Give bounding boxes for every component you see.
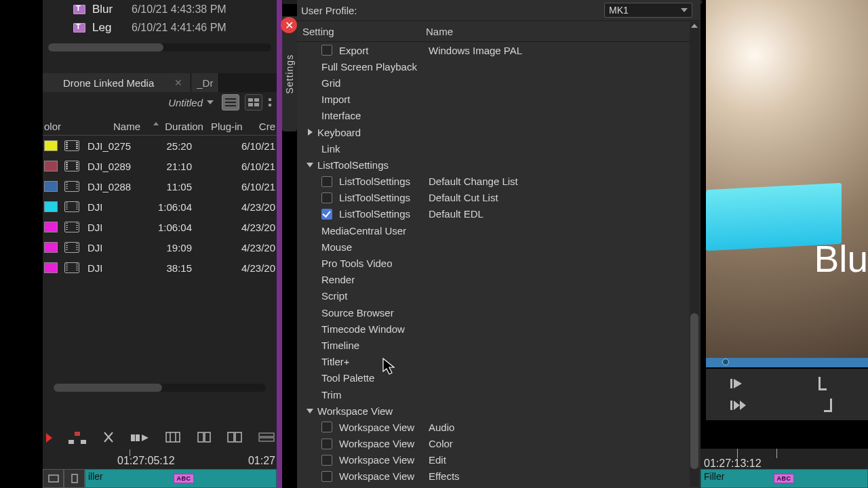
settings-row[interactable]: ListToolSettingsDefault Change List: [297, 174, 687, 190]
bin-row[interactable]: DJI1:06:044/23/20: [43, 217, 277, 237]
bin-row[interactable]: DJI_027525:206/10/21: [43, 136, 277, 156]
overwrite-button[interactable]: [131, 430, 149, 446]
record-icon[interactable]: [46, 433, 52, 443]
project-item[interactable]: Leg6/10/21 4:41:46 PM: [43, 18, 277, 37]
collapse-button[interactable]: [258, 431, 275, 445]
settings-row[interactable]: Mouse: [297, 239, 687, 255]
color-swatch[interactable]: [44, 222, 58, 232]
title-icon: [73, 5, 85, 14]
close-icon[interactable]: ✕: [174, 77, 182, 88]
masterclip-icon: [64, 181, 79, 192]
disclosure-icon[interactable]: [302, 163, 317, 167]
settings-row[interactable]: Workspace ViewEdit: [297, 452, 687, 468]
settings-row[interactable]: Workspace View: [297, 403, 687, 419]
settings-scrollbar[interactable]: [690, 22, 699, 487]
settings-row[interactable]: ListToolSettingsDefault Cut List: [297, 190, 687, 206]
color-swatch[interactable]: [44, 140, 58, 151]
mark-in-button[interactable]: [818, 377, 829, 390]
settings-row[interactable]: Full Screen Playback: [297, 58, 687, 75]
checkbox[interactable]: [321, 176, 332, 187]
settings-row[interactable]: MediaCentral User: [297, 222, 687, 239]
bin-tab[interactable]: Drone Linked Media ✕: [43, 73, 191, 92]
bin-tab-partial[interactable]: _Dr: [191, 73, 219, 92]
play-forward-button[interactable]: [730, 400, 747, 411]
masterclip-icon: [64, 262, 79, 273]
settings-row[interactable]: Source Browser: [297, 304, 687, 321]
color-swatch[interactable]: [44, 262, 58, 273]
settings-row[interactable]: Script: [297, 288, 687, 304]
title-icon: [73, 23, 85, 33]
project-item[interactable]: Blur6/10/21 4:43:38 PM: [43, 0, 277, 18]
user-profile-dropdown[interactable]: MK1: [604, 3, 692, 18]
extract-button[interactable]: [102, 430, 115, 446]
settings-row[interactable]: Render: [297, 272, 687, 288]
settings-row[interactable]: Link: [297, 140, 687, 157]
bin-row[interactable]: DJI19:094/23/20: [43, 237, 277, 258]
settings-row[interactable]: ListToolSettings: [297, 157, 687, 173]
settings-row[interactable]: Import: [297, 92, 687, 108]
splice-button[interactable]: [165, 431, 181, 445]
timeline-title-segment[interactable]: ABC: [174, 474, 194, 483]
chevron-down-icon: [681, 8, 688, 12]
bin-row[interactable]: DJI_028921:106/10/21: [43, 156, 277, 176]
frame-view-button[interactable]: [245, 94, 262, 110]
settings-row[interactable]: Tool Palette: [297, 370, 687, 386]
settings-row[interactable]: Keyboard: [297, 124, 687, 140]
color-swatch[interactable]: [44, 201, 58, 212]
bin-row[interactable]: DJI38:154/23/20: [43, 258, 277, 278]
settings-row[interactable]: Trim: [297, 386, 687, 403]
settings-tab[interactable]: Settings: [282, 16, 297, 131]
masterclip-icon: [64, 140, 79, 151]
checkbox[interactable]: [321, 471, 332, 482]
text-view-button[interactable]: [222, 94, 239, 110]
checkbox[interactable]: [321, 209, 332, 220]
project-hscroll[interactable]: [48, 43, 271, 52]
settings-row[interactable]: Timeline: [297, 337, 687, 353]
bin-row[interactable]: DJI1:06:044/23/20: [43, 197, 277, 217]
color-swatch[interactable]: [44, 242, 58, 253]
bin-sort-dropdown[interactable]: Untitled: [165, 97, 216, 108]
panel-divider[interactable]: [277, 0, 282, 488]
position-bar[interactable]: [706, 358, 868, 367]
settings-row[interactable]: ListToolSettingsDefault EDL: [297, 206, 687, 222]
svg-rect-36: [824, 410, 832, 412]
settings-row[interactable]: Workspace ViewEffects: [297, 468, 687, 485]
svg-rect-1: [225, 102, 236, 103]
settings-row[interactable]: ExportWindows Image PAL: [297, 42, 687, 58]
checkbox[interactable]: [321, 439, 332, 449]
timecode-left: 01:27:05:12: [117, 455, 175, 467]
settings-row[interactable]: Grid: [297, 75, 687, 91]
checkbox[interactable]: [321, 45, 332, 56]
svg-marker-16: [142, 434, 149, 441]
scroll-thumb[interactable]: [690, 313, 698, 469]
settings-row[interactable]: Interface: [297, 108, 687, 124]
color-swatch[interactable]: [44, 161, 58, 171]
sort-indicator-icon: [153, 122, 159, 125]
track-solo-button[interactable]: [64, 469, 85, 488]
color-swatch[interactable]: [44, 181, 58, 192]
settings-row[interactable]: Titler+: [297, 354, 687, 370]
disclosure-icon[interactable]: [302, 409, 317, 413]
masterclip-icon: [64, 201, 79, 212]
close-panel-button[interactable]: ✕: [281, 17, 297, 33]
script-view-button[interactable]: [268, 94, 276, 110]
settings-row[interactable]: Timecode Window: [297, 321, 687, 337]
step-forward-button[interactable]: [730, 378, 744, 389]
checkbox[interactable]: [321, 455, 332, 466]
mark-out-button[interactable]: [821, 399, 832, 412]
trim-button[interactable]: [197, 431, 211, 445]
segment-button[interactable]: [227, 431, 242, 445]
bin-hscroll[interactable]: [54, 384, 266, 392]
settings-row[interactable]: Workspace ViewAudio: [297, 419, 687, 435]
timeline-title-segment[interactable]: ABC: [774, 474, 794, 483]
settings-row[interactable]: Pro Tools Video: [297, 255, 687, 271]
checkbox[interactable]: [321, 422, 332, 432]
scroll-up-icon[interactable]: [691, 24, 698, 28]
checkbox[interactable]: [321, 192, 332, 203]
settings-row[interactable]: Workspace ViewColor: [297, 436, 687, 452]
disclosure-icon[interactable]: [302, 129, 317, 136]
bin-row[interactable]: DJI_028811:056/10/21: [43, 176, 277, 197]
track-monitor-button[interactable]: [43, 469, 64, 488]
lift-button[interactable]: [68, 430, 86, 446]
chevron-down-icon: [207, 100, 214, 104]
